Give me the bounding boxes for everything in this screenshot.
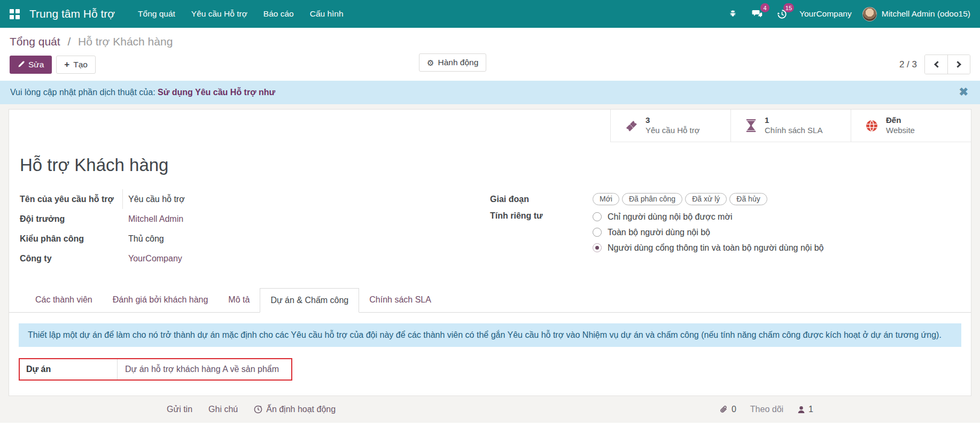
breadcrumb: Tổng quát / Hỗ trợ Khách hàng [0, 28, 980, 52]
field-company-value[interactable]: YourCompany [122, 249, 182, 268]
pager-counter: 2 / 3 [899, 59, 917, 70]
stat-tickets-label: Yêu cầu Hỗ trợ [645, 126, 700, 136]
breadcrumb-separator: / [67, 35, 71, 48]
field-assignment-type: Kiểu phân công Thủ công [20, 229, 490, 249]
field-name-value[interactable]: Yêu cầu hỗ trợ [122, 189, 185, 209]
field-company-label: Công ty [20, 249, 122, 268]
action-button[interactable]: ⚙ Hành động [419, 53, 486, 72]
stage-pill-cancelled[interactable]: Đã hủy [729, 193, 767, 205]
paperclip-icon [720, 405, 728, 414]
stage-pill-processed[interactable]: Đã xử lý [685, 193, 727, 205]
messages-icon[interactable]: 4 [750, 7, 764, 21]
tab-content: Thiết lập một dự án để làm cho nó trở th… [9, 313, 971, 391]
navbar-right: 4 15 YourCompany Mitchell Admin (odoo15) [726, 7, 970, 21]
stage-pill-assigned[interactable]: Đã phân công [622, 193, 682, 205]
field-privacy: Tính riêng tư Chỉ người dùng nội bộ được… [490, 209, 960, 255]
privacy-option-internal-label: Toàn bộ người dùng nội bộ [608, 228, 710, 237]
stat-tickets-value: 3 [645, 115, 700, 126]
edit-button[interactable]: Sửa [10, 56, 52, 74]
messages-badge: 4 [760, 3, 769, 12]
stat-button-sla[interactable]: 1 Chính sách SLA [730, 110, 851, 142]
stat-button-tickets[interactable]: 3 Yêu cầu Hỗ trợ [610, 110, 730, 142]
field-stages-label: Giai đoạn [490, 189, 593, 209]
activities-clock-icon[interactable]: 15 [775, 7, 789, 21]
attachments-button[interactable]: 0 [720, 405, 736, 414]
translation-alert: Vui lòng cập nhật phần dịch thuật của: S… [0, 81, 980, 104]
field-column-left: Tên của yêu cầu hỗ trợ Yêu cầu hỗ trợ Độ… [20, 189, 490, 268]
field-assignment-type-label: Kiểu phân công [20, 229, 122, 249]
radio-icon[interactable] [593, 228, 602, 237]
alert-link[interactable]: Sử dụng Yêu cầu Hỗ trợ như [158, 88, 275, 97]
followers-count: 1 [808, 405, 813, 414]
followers-button[interactable]: 1 [797, 405, 813, 414]
field-team-leader: Đội trưởng Mitchell Admin [20, 209, 490, 229]
menu-configuration[interactable]: Cấu hình [302, 0, 352, 28]
send-message-button[interactable]: Gửi tin [167, 405, 192, 414]
user-name: Mitchell Admin (odoo15) [882, 9, 970, 19]
plus-icon: + [64, 60, 69, 69]
stat-website-label: Website [886, 126, 915, 136]
page-title: Hỗ trợ Khách hàng [9, 155, 971, 175]
breadcrumb-parent[interactable]: Tổng quát [10, 35, 60, 48]
person-icon [797, 406, 805, 414]
project-field-highlighted: Dự án Dự án hỗ trợ khách hàng A về sản p… [19, 358, 292, 381]
edit-button-label: Sửa [28, 60, 44, 69]
stat-button-website[interactable]: Đến Website [851, 110, 971, 142]
close-icon[interactable]: ✖ [959, 86, 968, 97]
form-sheet: 3 Yêu cầu Hỗ trợ 1 Chính sách SLA Đến We… [9, 109, 971, 396]
field-team-leader-value[interactable]: Mitchell Admin [122, 209, 183, 229]
tab-members[interactable]: Các thành viên [25, 288, 103, 313]
app-brand[interactable]: Trung tâm Hỗ trợ [29, 7, 115, 20]
privacy-option-portal-label: Người dùng cổng thông tin và toàn bộ ngư… [608, 243, 823, 253]
stat-website-value: Đến [886, 115, 915, 126]
chevron-right-icon [954, 61, 961, 68]
project-field-label: Dự án [20, 359, 117, 379]
create-button[interactable]: + Tạo [56, 56, 96, 74]
stage-pill-new[interactable]: Mới [593, 193, 619, 205]
schedule-activity-button[interactable]: Ấn định hoạt động [254, 405, 336, 414]
attachments-count: 0 [732, 405, 736, 414]
radio-icon[interactable] [593, 212, 602, 221]
pencil-icon [18, 61, 25, 68]
field-group: Tên của yêu cầu hỗ trợ Yêu cầu hỗ trợ Độ… [9, 189, 971, 268]
field-column-right: Giai đoạn Mới Đã phân công Đã xử lý Đã h… [490, 189, 960, 268]
chatter-bar: Gửi tin Ghi chú Ấn định hoạt động 0 Theo… [0, 396, 980, 423]
apps-menu-icon[interactable] [10, 9, 20, 19]
menu-overview[interactable]: Tổng quát [130, 0, 183, 28]
hourglass-icon [745, 119, 757, 133]
pager-next-button[interactable] [947, 55, 970, 74]
chevron-left-icon [934, 61, 941, 68]
schedule-activity-label: Ấn định hoạt động [266, 405, 336, 414]
debug-bug-icon[interactable] [726, 7, 740, 21]
privacy-option-portal[interactable]: Người dùng cổng thông tin và toàn bộ ngư… [593, 240, 823, 255]
activities-badge: 15 [783, 3, 794, 12]
tab-sla-policies[interactable]: Chính sách SLA [359, 288, 441, 313]
tab-customer-ratings[interactable]: Đánh giá bởi khách hàng [103, 288, 219, 313]
stat-button-row: 3 Yêu cầu Hỗ trợ 1 Chính sách SLA Đến We… [9, 110, 971, 142]
notebook-tabs: Các thành viên Đánh giá bởi khách hàng M… [9, 288, 971, 313]
company-switcher[interactable]: YourCompany [799, 9, 852, 19]
user-menu[interactable]: Mitchell Admin (odoo15) [862, 7, 970, 21]
pager: 2 / 3 [899, 55, 970, 74]
privacy-option-internal[interactable]: Toàn bộ người dùng nội bộ [593, 224, 823, 240]
action-button-label: Hành động [438, 58, 478, 67]
menu-reporting[interactable]: Báo cáo [255, 0, 302, 28]
follow-button[interactable]: Theo dõi [750, 405, 783, 414]
project-field-value[interactable]: Dự án hỗ trợ khách hàng A về sản phẩm [117, 359, 291, 379]
ticket-icon [625, 119, 638, 133]
menu-tickets[interactable]: Yêu cầu Hỗ trợ [183, 0, 255, 28]
main-menu: Tổng quát Yêu cầu Hỗ trợ Báo cáo Cấu hìn… [130, 0, 352, 28]
avatar [862, 7, 877, 21]
radio-checked-icon[interactable] [593, 243, 602, 252]
field-company: Công ty YourCompany [20, 249, 490, 268]
breadcrumb-current: Hỗ trợ Khách hàng [78, 35, 173, 48]
field-privacy-label: Tính riêng tư [490, 209, 593, 221]
field-assignment-type-value[interactable]: Thủ công [122, 229, 164, 249]
tab-description[interactable]: Mô tả [218, 288, 260, 313]
tab-project-timesheet[interactable]: Dự án & Chấm công [260, 288, 359, 313]
control-panel-buttons: Sửa + Tạo ⚙ Hành động 2 / 3 [0, 52, 980, 81]
stat-sla-value: 1 [765, 115, 822, 126]
log-note-button[interactable]: Ghi chú [208, 405, 238, 414]
pager-previous-button[interactable] [925, 55, 947, 74]
privacy-option-invited[interactable]: Chỉ người dùng nội bộ được mời [593, 209, 823, 224]
